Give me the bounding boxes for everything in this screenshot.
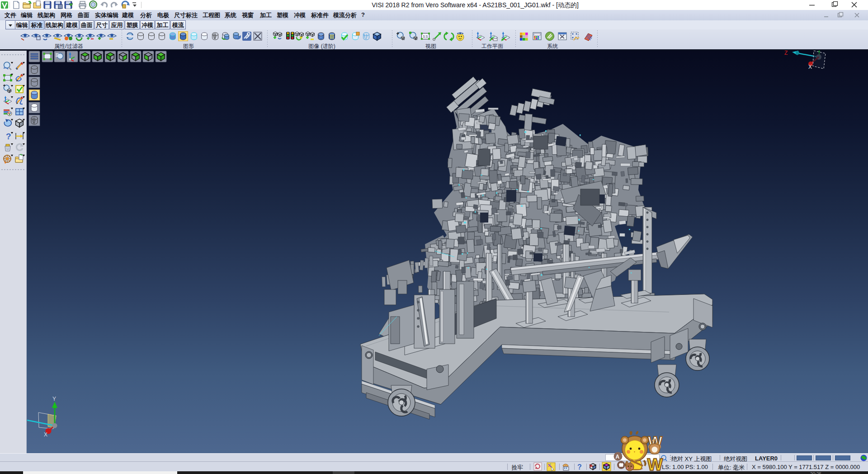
svg-text:?: ? [577, 463, 582, 471]
svg-text:A: A [616, 454, 620, 460]
svg-text:X: X [44, 431, 47, 438]
svg-text:Y: Y [52, 396, 56, 402]
svg-text:1:1: 1:1 [423, 34, 428, 38]
svg-text:X: X [808, 64, 812, 70]
svg-text:?: ? [6, 132, 11, 141]
svg-text:Z: Z [784, 51, 788, 56]
svg-text:W: W [647, 455, 663, 471]
